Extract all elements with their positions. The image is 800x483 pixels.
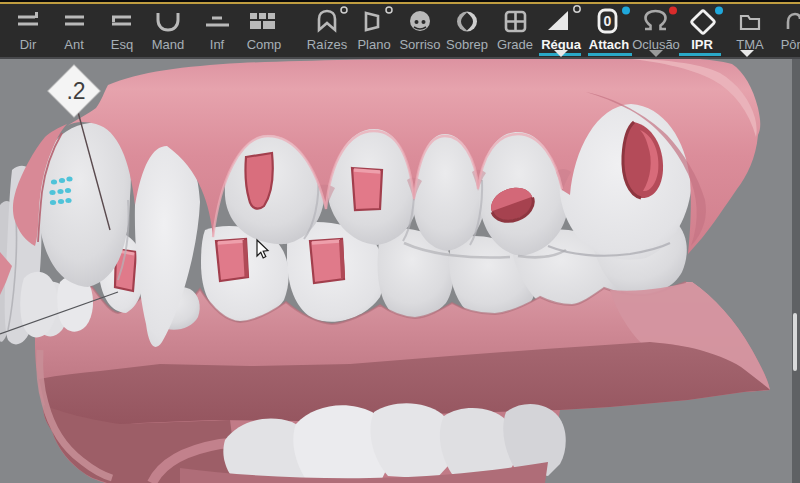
svg-text:.2: .2	[66, 78, 85, 104]
svg-text:0: 0	[604, 13, 612, 29]
